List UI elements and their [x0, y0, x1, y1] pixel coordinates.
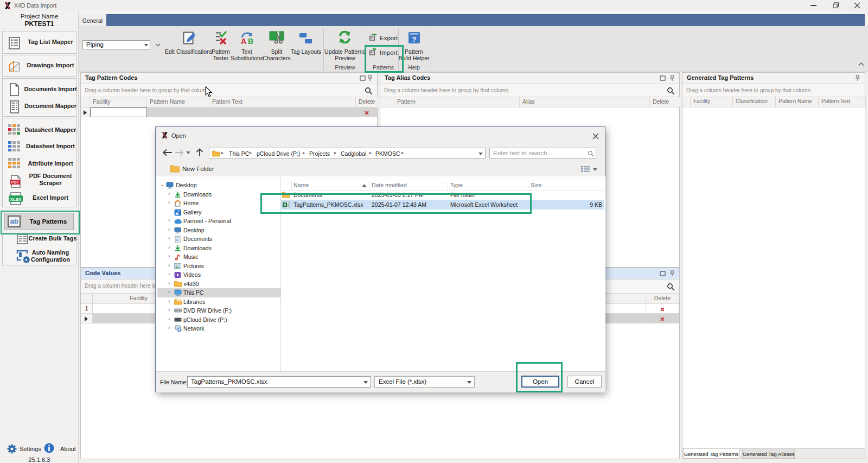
svg-text:XLSX: XLSX [10, 197, 22, 202]
svg-text:?: ? [412, 35, 417, 43]
svg-text:B: B [248, 37, 253, 45]
svg-text:A: A [241, 37, 246, 45]
svg-text:PDF: PDF [11, 180, 19, 185]
